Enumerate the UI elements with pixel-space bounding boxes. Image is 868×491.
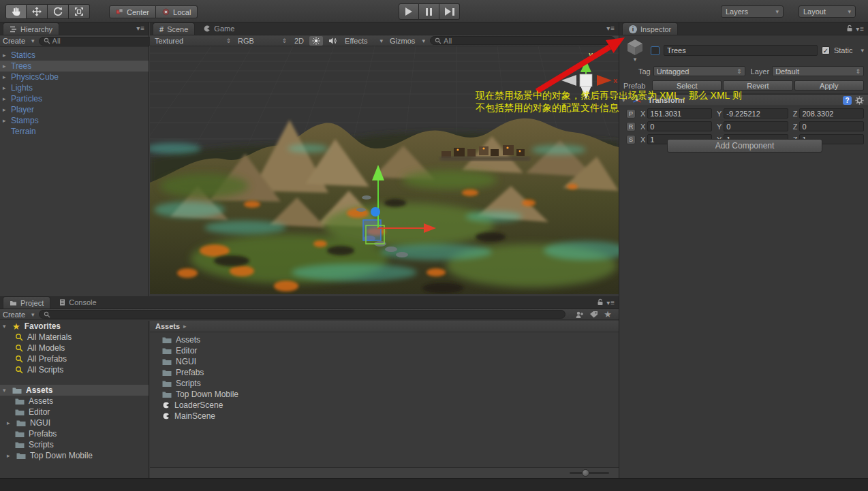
position-z-field[interactable] xyxy=(799,108,864,118)
asset-folder-ngui[interactable]: NGUI xyxy=(150,356,619,367)
asset-scene-loaderscene[interactable]: LoaderScene xyxy=(150,400,619,411)
project-create-dropdown[interactable]: Create ▾ xyxy=(3,311,35,319)
foldout-icon[interactable]: ▾ xyxy=(622,97,629,104)
asset-store-icon[interactable] xyxy=(575,311,584,319)
tab-inspector[interactable]: i Inspector xyxy=(622,22,678,35)
favorite-star-icon[interactable]: ★ xyxy=(604,309,612,319)
tab-project[interactable]: Project xyxy=(3,296,50,308)
active-checkbox[interactable] xyxy=(651,46,660,55)
gear-icon[interactable] xyxy=(855,96,864,105)
project-search[interactable] xyxy=(39,310,566,319)
tab-hierarchy[interactable]: Hierarchy xyxy=(3,22,59,35)
position-y-field[interactable] xyxy=(724,108,788,118)
scene-search-input[interactable] xyxy=(444,37,610,45)
layers-dropdown[interactable]: Layers ▾ xyxy=(721,5,784,18)
foldout-icon[interactable]: ▸ xyxy=(3,74,11,80)
rotation-x-field[interactable] xyxy=(647,121,712,131)
scale-tool-button[interactable] xyxy=(69,4,90,19)
effects-dropdown[interactable]: Effects ▾ xyxy=(343,36,385,45)
favorite-all-scripts[interactable]: All Scripts xyxy=(0,364,149,375)
hierarchy-item-physicscube[interactable]: ▸PhysicsCube xyxy=(0,72,149,82)
tree-item-top-down-mobile[interactable]: ▸ Top Down Mobile xyxy=(0,450,149,461)
tab-console[interactable]: Console xyxy=(53,296,102,308)
tab-game[interactable]: Game xyxy=(198,22,241,35)
foldout-icon[interactable]: ▸ xyxy=(3,95,11,102)
object-name-field[interactable] xyxy=(664,45,818,56)
prefab-revert-button[interactable]: Revert xyxy=(723,80,792,91)
lock-icon[interactable] xyxy=(597,298,604,306)
audio-toggle[interactable] xyxy=(326,36,340,46)
pause-button[interactable] xyxy=(419,3,439,20)
rotation-z-field[interactable] xyxy=(799,121,864,131)
foldout-icon[interactable]: ▸ xyxy=(3,52,11,59)
gizmos-dropdown[interactable]: Gizmos ▾ xyxy=(388,36,427,45)
assets-root[interactable]: ▾ Assets xyxy=(0,385,149,396)
lighting-toggle[interactable] xyxy=(309,36,323,46)
object-icon-wrap[interactable]: ▾ xyxy=(623,38,647,63)
thumbnail-size-slider[interactable] xyxy=(570,472,609,474)
play-button[interactable] xyxy=(399,3,419,20)
tab-scene[interactable]: # Scene xyxy=(153,22,195,35)
hierarchy-item-lights[interactable]: ▸Lights xyxy=(0,82,149,93)
slider-knob[interactable] xyxy=(582,469,589,477)
tree-item-assets[interactable]: Assets xyxy=(0,396,149,407)
shading-mode-dropdown[interactable]: Textured ⇕ xyxy=(153,36,233,45)
favorite-all-materials[interactable]: All Materials xyxy=(0,332,149,343)
static-checkbox[interactable]: ✓ xyxy=(822,46,830,54)
label-icon[interactable] xyxy=(589,311,598,319)
step-button[interactable] xyxy=(439,3,460,20)
tree-item-scripts[interactable]: Scripts xyxy=(0,439,149,450)
hierarchy-item-terrain[interactable]: Terrain xyxy=(0,126,149,137)
hierarchy-item-particles[interactable]: ▸Particles xyxy=(0,93,149,104)
hierarchy-search-input[interactable] xyxy=(52,37,149,45)
static-dropdown-caret[interactable]: ▾ xyxy=(861,47,864,54)
favorite-all-prefabs[interactable]: All Prefabs xyxy=(0,353,149,364)
tree-item-prefabs[interactable]: Prefabs xyxy=(0,428,149,439)
tree-item-ngui[interactable]: ▸ NGUI xyxy=(0,417,149,428)
prefab-select-button[interactable]: Select xyxy=(652,80,722,91)
add-component-button[interactable]: Add Component xyxy=(667,139,822,153)
render-mode-dropdown[interactable]: RGB ⇕ xyxy=(236,36,289,45)
rotate-tool-button[interactable] xyxy=(48,4,69,19)
asset-folder-editor[interactable]: Editor xyxy=(150,345,619,356)
foldout-icon[interactable]: ▸ xyxy=(3,106,11,113)
hierarchy-item-statics[interactable]: ▸Statics xyxy=(0,50,149,61)
move-tool-button[interactable] xyxy=(27,4,48,19)
transform-component-header[interactable]: ▾ Transform ? xyxy=(619,94,868,106)
2d-toggle[interactable]: 2D xyxy=(292,36,307,46)
project-search-input[interactable] xyxy=(52,311,561,319)
icon-picker-caret[interactable]: ▾ xyxy=(634,56,637,63)
rotation-y-field[interactable] xyxy=(724,121,788,131)
scene-viewport[interactable]: y x xyxy=(150,46,619,294)
asset-folder-prefabs[interactable]: Prefabs xyxy=(150,367,619,378)
hierarchy-create-dropdown[interactable]: Create ▾ xyxy=(3,37,35,45)
panel-menu-icon[interactable]: ▾≡ xyxy=(856,25,865,33)
hierarchy-item-trees[interactable]: ▸Trees xyxy=(0,61,149,72)
hand-tool-button[interactable] xyxy=(5,4,27,19)
breadcrumb[interactable]: Assets ▸ xyxy=(150,321,619,332)
tag-dropdown[interactable]: Untagged ⇕ xyxy=(653,66,745,76)
asset-folder-scripts[interactable]: Scripts xyxy=(150,378,619,389)
asset-folder-top-down-mobile[interactable]: Top Down Mobile xyxy=(150,389,619,400)
asset-scene-mainscene[interactable]: MainScene xyxy=(150,411,619,422)
position-x-field[interactable] xyxy=(647,108,712,118)
hierarchy-item-stamps[interactable]: ▸Stamps xyxy=(0,115,149,126)
layer-dropdown[interactable]: Default ⇕ xyxy=(772,66,864,76)
hierarchy-item-player[interactable]: ▸Player xyxy=(0,104,149,115)
hierarchy-search[interactable] xyxy=(39,37,154,46)
pivot-center-button[interactable]: Center xyxy=(109,5,156,18)
prefab-apply-button[interactable]: Apply xyxy=(794,80,864,91)
foldout-icon[interactable]: ▸ xyxy=(3,84,11,91)
space-local-button[interactable]: Local xyxy=(156,5,198,18)
lock-icon[interactable] xyxy=(846,25,853,32)
layout-dropdown[interactable]: Layout ▾ xyxy=(799,5,856,18)
panel-menu-icon[interactable]: ▾≡ xyxy=(136,25,145,32)
foldout-icon[interactable]: ▸ xyxy=(3,63,11,69)
asset-folder-assets[interactable]: Assets xyxy=(150,334,619,345)
panel-menu-icon[interactable]: ▾≡ xyxy=(606,25,615,32)
scene-search[interactable] xyxy=(430,36,615,45)
foldout-icon[interactable]: ▸ xyxy=(3,117,11,124)
favorite-all-models[interactable]: All Models xyxy=(0,343,149,353)
tree-item-editor[interactable]: Editor xyxy=(0,407,149,417)
help-icon[interactable]: ? xyxy=(843,96,852,105)
